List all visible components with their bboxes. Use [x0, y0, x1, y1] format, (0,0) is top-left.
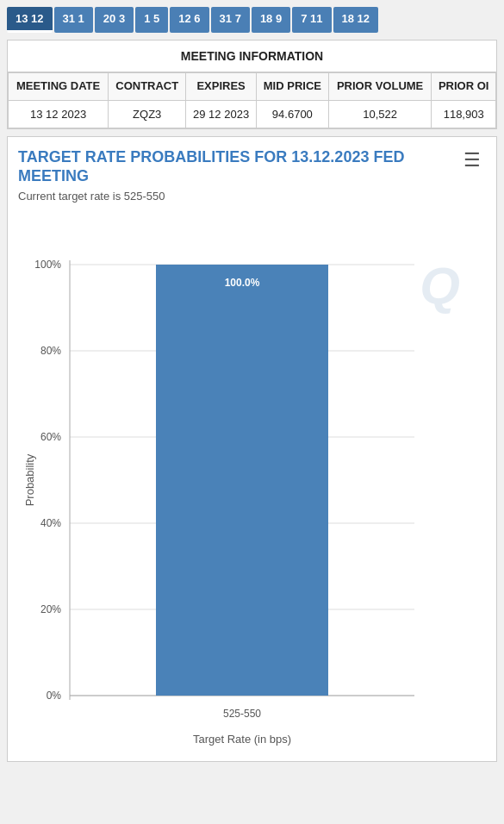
table-row: 13 12 2023 ZQZ3 29 12 2023 94.6700 10,52…: [9, 100, 496, 128]
tab-203[interactable]: 20 3: [95, 7, 134, 33]
tick-40: 40%: [40, 517, 61, 529]
chart-subtitle: Current target rate is 525-550: [18, 190, 486, 203]
y-axis-title: Probability: [23, 453, 36, 506]
tick-60: 60%: [40, 431, 61, 443]
cell-prior-oi: 118,903: [432, 100, 496, 128]
chart-header: TARGET RATE PROBABILITIES FOR 13.12.2023…: [18, 147, 486, 186]
meeting-info-title: MEETING INFORMATION: [8, 41, 496, 72]
bar-525-550: [156, 265, 328, 696]
cell-meeting-date: 13 12 2023: [9, 100, 109, 128]
cell-expires: 29 12 2023: [186, 100, 257, 128]
cell-contract: ZQZ3: [109, 100, 186, 128]
col-prior-volume: PRIOR VOLUME: [328, 73, 432, 101]
tick-80: 80%: [40, 345, 61, 357]
meeting-info-section: MEETING INFORMATION MEETING DATE CONTRAC…: [7, 40, 497, 129]
x-tick-525-550: 525-550: [223, 708, 261, 720]
bar-value-label: 100.0%: [225, 277, 260, 289]
col-contract: CONTRACT: [109, 73, 186, 101]
chart-section: TARGET RATE PROBABILITIES FOR 13.12.2023…: [7, 136, 497, 762]
tick-20: 20%: [40, 603, 61, 615]
meeting-table: MEETING DATE CONTRACT EXPIRES MID PRICE …: [8, 72, 496, 128]
x-axis-title: Target Rate (in bps): [193, 733, 291, 746]
hamburger-icon[interactable]: ☰: [458, 147, 486, 173]
tab-711[interactable]: 7 11: [292, 7, 331, 33]
tab-311[interactable]: 31 1: [54, 7, 93, 33]
tab-317[interactable]: 31 7: [211, 7, 250, 33]
tabs-row: 13 12 31 1 20 3 1 5 12 6 31 7 18 9 7 11 …: [7, 7, 497, 33]
tick-0: 0%: [47, 690, 62, 702]
tab-126[interactable]: 12 6: [170, 7, 208, 33]
chart-title: TARGET RATE PROBABILITIES FOR 13.12.2023…: [18, 147, 458, 186]
tick-100: 100%: [34, 259, 61, 271]
cell-mid-price: 94.6700: [256, 100, 328, 128]
col-prior-oi: PRIOR OI: [432, 73, 496, 101]
tab-15[interactable]: 1 5: [135, 7, 168, 33]
col-mid-price: MID PRICE: [256, 73, 328, 101]
col-meeting-date: MEETING DATE: [9, 73, 109, 101]
col-expires: EXPIRES: [186, 73, 257, 101]
tab-1312[interactable]: 13 12: [7, 7, 53, 33]
chart-svg-wrapper: Q Probability 0% 20% 40% 60%: [18, 213, 486, 751]
tab-1812[interactable]: 18 12: [333, 7, 379, 33]
tab-189[interactable]: 18 9: [252, 7, 290, 33]
cell-prior-volume: 10,522: [328, 100, 432, 128]
chart-svg: Probability 0% 20% 40% 60% 80% 100: [18, 213, 440, 747]
outer-container: 13 12 31 1 20 3 1 5 12 6 31 7 18 9 7 11 …: [0, 0, 504, 769]
